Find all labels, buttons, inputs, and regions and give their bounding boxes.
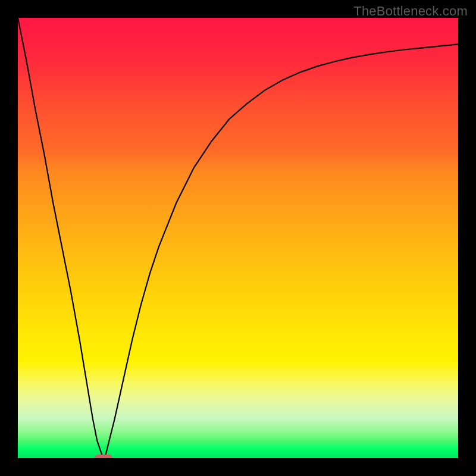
chart-container: TheBottleneck.com: [0, 0, 476, 476]
plot-area: [18, 18, 458, 458]
curve-svg: [18, 18, 458, 458]
optimal-marker: [95, 455, 112, 458]
bottleneck-curve: [18, 18, 458, 458]
watermark-text: TheBottleneck.com: [353, 4, 468, 19]
